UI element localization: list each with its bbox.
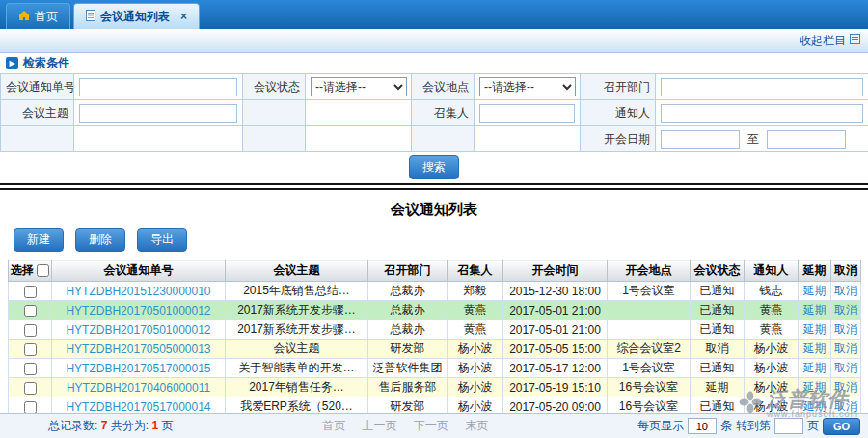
- col-time: 开会时间: [503, 260, 608, 282]
- subject-input[interactable]: [79, 104, 237, 123]
- meeting-notice-table: 选择 会议通知单号 会议主题 召开部门 召集人 开会时间 开会地点 会议状态 通…: [8, 260, 861, 417]
- table-row: HYTZDBH20170517000015 关于智能表单的开发… 泛普软件集团 …: [9, 359, 861, 378]
- cancel-link[interactable]: 取消: [834, 303, 857, 316]
- cell-department: 售后服务部: [368, 378, 448, 397]
- collapse-columns-link[interactable]: 收起栏目: [800, 33, 860, 49]
- table-row: HYTZDBH20170501000012 2017新系统开发步骤… 总裁办 黄…: [9, 301, 861, 320]
- convener-input[interactable]: [479, 104, 575, 123]
- home-icon: [18, 10, 30, 24]
- notice-no-link[interactable]: HYTZDBH20170517000014: [66, 400, 210, 414]
- notice-no-link[interactable]: HYTZDBH20170406000011: [67, 381, 210, 395]
- row-checkbox[interactable]: [24, 382, 37, 395]
- cancel-link[interactable]: 取消: [834, 361, 857, 374]
- notice-no-link[interactable]: HYTZDBH20170501000012: [66, 304, 210, 317]
- cell-status: 已通知: [691, 320, 745, 340]
- row-checkbox[interactable]: [24, 324, 37, 337]
- total-records-value: 7: [101, 419, 108, 432]
- cell-department: 总裁办: [368, 282, 448, 301]
- row-checkbox[interactable]: [24, 363, 37, 375]
- table-header-row: 选择 会议通知单号 会议主题 召开部门 召集人 开会时间 开会地点 会议状态 通…: [9, 260, 861, 282]
- page-size-controls: 每页显示 条 转到第 页 GO: [637, 418, 860, 435]
- table-row: HYTZDBH20170501000012 2017新系统开发步骤… 总裁办 黄…: [9, 320, 861, 340]
- row-checkbox[interactable]: [24, 286, 37, 298]
- cell-time: 2015-12-30 18:00: [503, 282, 608, 301]
- postpone-link[interactable]: 延期: [803, 284, 827, 297]
- tab-meeting-list[interactable]: 会议通知列表 ×: [73, 3, 200, 29]
- export-button[interactable]: 导出: [137, 228, 187, 252]
- notice-no-label: 会议通知单号: [1, 74, 74, 100]
- notice-no-input[interactable]: [79, 78, 237, 96]
- postpone-link[interactable]: 延期: [803, 361, 827, 374]
- prev-page-link[interactable]: 上一页: [362, 419, 396, 432]
- cell-subject: 2017新系统开发步骤…: [226, 320, 368, 340]
- notice-no-link[interactable]: HYTZDBH20170505000013: [66, 342, 210, 356]
- goto-page-input[interactable]: [774, 418, 803, 434]
- cell-status: 延期: [691, 378, 745, 397]
- meeting-location-select[interactable]: --请选择--: [479, 77, 576, 96]
- cancel-link[interactable]: 取消: [834, 322, 857, 336]
- search-button-row: 搜索: [0, 152, 868, 183]
- section-divider: [0, 183, 868, 190]
- cell-place: [608, 320, 691, 340]
- cell-department: 总裁办: [368, 320, 448, 340]
- cell-place: 1号会议室: [608, 282, 691, 301]
- search-button[interactable]: 搜索: [409, 155, 459, 179]
- notice-no-link[interactable]: HYTZDBH20170517000015: [66, 362, 210, 375]
- col-cancel: 取消: [831, 260, 861, 282]
- postpone-link[interactable]: 延期: [803, 380, 827, 394]
- cell-convener: 郑毅: [448, 282, 503, 301]
- date-to-input[interactable]: [767, 130, 846, 149]
- cancel-link[interactable]: 取消: [834, 380, 857, 394]
- cancel-link[interactable]: 取消: [834, 284, 857, 297]
- cell-time: 2017-05-05 15:00: [503, 340, 608, 359]
- postpone-link[interactable]: 延期: [803, 342, 827, 355]
- close-tab-icon[interactable]: ×: [180, 11, 187, 22]
- next-page-link[interactable]: 下一页: [414, 419, 448, 432]
- department-input[interactable]: [661, 78, 863, 96]
- search-section-header[interactable]: ▶ 检索条件: [0, 53, 868, 73]
- col-postpone: 延期: [799, 260, 831, 282]
- last-page-link[interactable]: 末页: [465, 419, 488, 432]
- select-all-checkbox[interactable]: [37, 264, 49, 277]
- tab-home[interactable]: 首页: [6, 3, 70, 29]
- per-page-input[interactable]: [688, 418, 717, 434]
- table-row: HYTZDBH20170505000013 会议主题 研发部 杨小波 2017-…: [9, 340, 861, 359]
- notifier-label: 通知人: [581, 100, 656, 126]
- cell-notifier: 杨小波: [745, 359, 799, 378]
- col-convener: 召集人: [448, 260, 503, 282]
- convener-label: 召集人: [412, 100, 475, 126]
- cell-department: 总裁办: [368, 301, 448, 320]
- postpone-link[interactable]: 延期: [803, 322, 827, 336]
- cell-notifier: 黄燕: [745, 301, 799, 320]
- postpone-link[interactable]: 延期: [803, 303, 827, 316]
- cell-convener: 黄燕: [448, 301, 503, 320]
- cancel-link[interactable]: 取消: [834, 399, 857, 413]
- notice-no-link[interactable]: HYTZDBH20151230000010: [66, 285, 210, 298]
- cell-notifier: 杨小波: [745, 378, 799, 397]
- notice-no-link[interactable]: HYTZDBH20170501000012: [66, 323, 210, 337]
- record-summary: 总记录数: 7 共分为: 1 页: [48, 418, 173, 434]
- first-page-link[interactable]: 首页: [322, 419, 345, 432]
- cell-notifier: 钱志: [745, 282, 799, 301]
- cancel-link[interactable]: 取消: [834, 342, 857, 355]
- total-pages-value: 1: [151, 419, 158, 432]
- col-department: 召开部门: [368, 260, 448, 282]
- date-from-input[interactable]: [661, 130, 740, 149]
- row-checkbox[interactable]: [24, 343, 37, 356]
- search-form: 会议通知单号 会议状态 --请选择-- 会议地点 --请选择-- 召开部门 会议…: [0, 73, 868, 152]
- postpone-link[interactable]: 延期: [803, 399, 827, 413]
- cell-convener: 杨小波: [448, 340, 503, 359]
- new-button[interactable]: 新建: [14, 228, 64, 252]
- row-checkbox[interactable]: [24, 401, 37, 414]
- delete-button[interactable]: 删除: [75, 228, 125, 252]
- go-button[interactable]: GO: [823, 418, 860, 435]
- notifier-input[interactable]: [661, 104, 863, 123]
- tab-bar: 首页 会议通知列表 ×: [0, 0, 868, 29]
- row-checkbox[interactable]: [24, 305, 37, 317]
- cell-status: 已通知: [691, 282, 745, 301]
- cell-subject: 会议主题: [226, 340, 368, 359]
- col-notice-no: 会议通知单号: [52, 260, 226, 282]
- col-subject: 会议主题: [226, 260, 368, 282]
- meeting-status-select[interactable]: --请选择--: [311, 77, 407, 96]
- sub-toolbar: 收起栏目: [0, 29, 868, 53]
